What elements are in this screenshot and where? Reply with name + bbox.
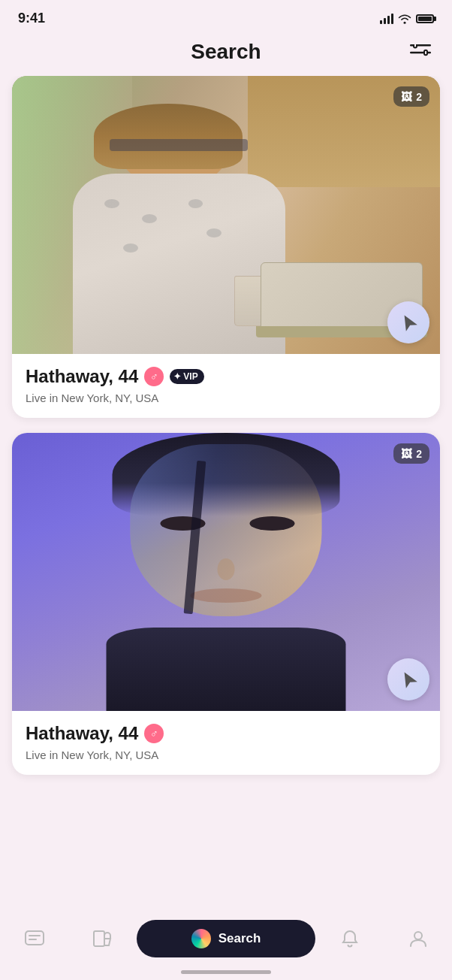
chat-icon <box>24 928 45 949</box>
card-name-row-2: Hathaway, 44 ♂ <box>26 723 426 744</box>
wifi-icon <box>398 14 411 24</box>
search-nav-label: Search <box>218 931 261 946</box>
svg-point-8 <box>414 932 422 939</box>
location-button-1[interactable] <box>387 301 429 343</box>
filter-button[interactable] <box>407 41 434 67</box>
nav-item-profile[interactable] <box>384 928 452 949</box>
nav-item-chat[interactable] <box>0 928 68 949</box>
notification-icon <box>339 928 360 949</box>
gender-badge-1: ♂ <box>144 367 164 386</box>
header: Search <box>0 32 452 76</box>
photo-count-badge-2: 🖼 2 <box>393 443 429 464</box>
profile-card-2[interactable]: 🖼 2 Hathaway, 44 ♂ Live in New York, NY,… <box>12 433 440 775</box>
vip-badge-1: ✦ VIP <box>170 369 203 384</box>
photo-icon-2: 🖼 <box>401 447 412 460</box>
signal-icon <box>380 14 393 24</box>
home-indicator <box>181 970 271 974</box>
bottom-nav: Search <box>0 909 452 980</box>
photo-icon-1: 🖼 <box>401 90 412 103</box>
card-image-1 <box>12 76 440 354</box>
profile-icon <box>408 928 429 949</box>
card-info-1: Hathaway, 44 ♂ ✦ VIP Live in New York, N… <box>12 354 440 418</box>
svg-rect-2 <box>414 44 417 48</box>
card-info-2: Hathaway, 44 ♂ Live in New York, NY, USA <box>12 711 440 775</box>
vip-star-icon: ✦ <box>173 371 181 382</box>
location-arrow-icon-1 <box>399 313 418 332</box>
cards-list: 🖼 2 Hathaway, 44 ♂ ✦ VIP Live <box>0 76 452 865</box>
location-button-2[interactable] <box>387 658 429 700</box>
photo-count-1: 2 <box>416 91 422 103</box>
status-time: 9:41 <box>18 11 45 26</box>
vip-label-1: VIP <box>183 371 197 382</box>
filter-icon <box>410 44 431 61</box>
card-location-1: Live in New York, NY, USA <box>26 392 426 404</box>
status-bar: 9:41 <box>0 0 452 32</box>
svg-rect-3 <box>424 50 427 56</box>
status-icons <box>380 14 434 24</box>
card-image-2 <box>12 433 440 711</box>
profile-card-1[interactable]: 🖼 2 Hathaway, 44 ♂ ✦ VIP Live <box>12 76 440 418</box>
card-location-2: Live in New York, NY, USA <box>26 749 426 761</box>
svg-rect-4 <box>26 931 44 945</box>
gender-icon-1: ♂ <box>150 371 158 383</box>
search-nav-button[interactable]: Search <box>137 920 315 957</box>
like-icon <box>92 928 113 949</box>
location-arrow-icon-2 <box>399 670 418 689</box>
card-image-wrapper-1: 🖼 2 <box>12 76 440 354</box>
svg-rect-7 <box>94 931 104 946</box>
photo-count-2: 2 <box>416 448 422 460</box>
page-title: Search <box>191 40 261 64</box>
card-image-wrapper-2: 🖼 2 <box>12 433 440 711</box>
gender-badge-2: ♂ <box>144 724 164 743</box>
gender-icon-2: ♂ <box>150 727 158 740</box>
search-orb <box>191 929 211 948</box>
nav-item-notification[interactable] <box>315 928 384 949</box>
battery-icon <box>416 14 434 23</box>
card-name-1: Hathaway, 44 <box>26 366 138 387</box>
card-name-2: Hathaway, 44 <box>26 723 138 744</box>
photo-count-badge-1: 🖼 2 <box>393 86 429 107</box>
card-name-row-1: Hathaway, 44 ♂ ✦ VIP <box>26 366 426 387</box>
nav-item-like[interactable] <box>68 928 137 949</box>
